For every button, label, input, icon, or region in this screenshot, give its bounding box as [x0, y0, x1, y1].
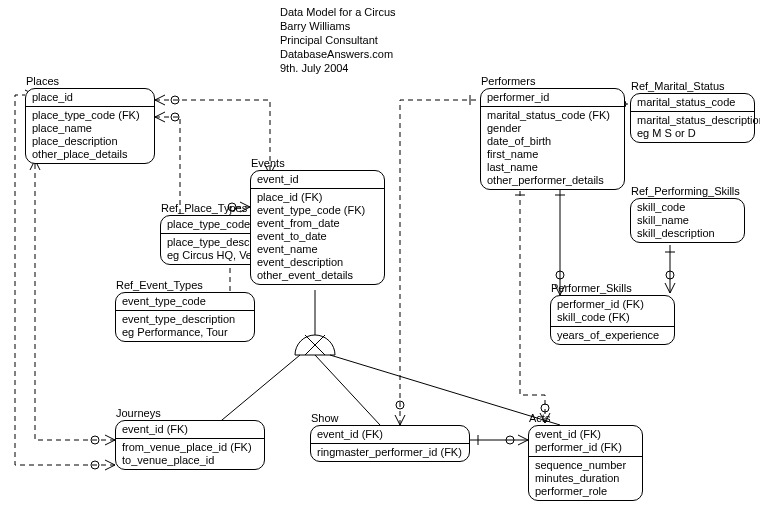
entity-performer-skills: Performer_Skills performer_id (FK) skill… — [550, 295, 675, 345]
header-title: Data Model for a Circus — [280, 5, 396, 19]
svg-point-1 — [171, 96, 179, 104]
field: ringmaster_performer_id (FK) — [311, 443, 469, 461]
entity-label: Performers — [481, 75, 535, 87]
field: eg Performance, Tour — [122, 326, 248, 339]
field: marital_status_description — [637, 114, 748, 127]
field: event_description — [257, 256, 378, 269]
field: skill_name — [637, 214, 738, 227]
entity-label: Show — [311, 412, 339, 424]
entity-ref-event-types: Ref_Event_Types event_type_code event_ty… — [115, 292, 255, 342]
field: sequence_number — [535, 459, 636, 472]
field: eg M S or D — [637, 127, 748, 140]
field: last_name — [487, 161, 618, 174]
entity-label: Acts — [529, 412, 550, 424]
svg-line-9 — [330, 355, 560, 425]
field: other_event_details — [257, 269, 378, 282]
svg-line-6 — [305, 335, 325, 355]
field: place_id (FK) — [257, 191, 378, 204]
entity-label: Events — [251, 157, 285, 169]
svg-point-0 — [171, 113, 179, 121]
field: date_of_birth — [487, 135, 618, 148]
entity-journeys: Journeys event_id (FK) from_venue_place_… — [115, 420, 265, 470]
field: other_performer_details — [487, 174, 618, 187]
entity-events: Events event_id place_id (FK) event_type… — [250, 170, 385, 285]
field: gender — [487, 122, 618, 135]
entity-acts: Acts event_id (FK) performer_id (FK) seq… — [528, 425, 643, 501]
header-author: Barry Williams — [280, 19, 396, 33]
field: event_id (FK) — [535, 428, 636, 441]
entity-label: Journeys — [116, 407, 161, 419]
svg-line-7 — [210, 355, 300, 430]
entity-ref-performing-skills: Ref_Performing_Skills skill_code skill_n… — [630, 198, 745, 243]
pk: marital_status_code — [631, 94, 754, 111]
svg-point-19 — [506, 436, 514, 444]
entity-label: Ref_Marital_Status — [631, 80, 725, 92]
svg-line-5 — [305, 335, 325, 355]
entity-places: Places place_id place_type_code (FK) pla… — [25, 88, 155, 164]
field: event_from_date — [257, 217, 378, 230]
entity-label: Ref_Place_Types — [161, 202, 247, 214]
entity-ref-marital-status: Ref_Marital_Status marital_status_code m… — [630, 93, 755, 143]
field: event_id (FK) — [311, 426, 469, 443]
field: place_name — [32, 122, 148, 135]
pk: event_id — [251, 171, 384, 188]
field: first_name — [487, 148, 618, 161]
entity-show: Show event_id (FK) ringmaster_performer_… — [310, 425, 470, 462]
field: from_venue_place_id (FK) — [122, 441, 258, 454]
entity-performers: Performers performer_id marital_status_c… — [480, 88, 625, 190]
field: performer_id (FK) — [557, 298, 668, 311]
entity-label: Ref_Performing_Skills — [631, 185, 740, 197]
field: event_name — [257, 243, 378, 256]
field: performer_id (FK) — [535, 441, 636, 454]
field: to_venue_place_id — [122, 454, 258, 467]
svg-point-17 — [396, 401, 404, 409]
field: event_type_code (FK) — [257, 204, 378, 217]
svg-point-14 — [556, 271, 564, 279]
entity-label: Ref_Event_Types — [116, 279, 203, 291]
header-role: Principal Consultant — [280, 33, 396, 47]
field: years_of_experience — [557, 329, 668, 342]
header-date: 9th. July 2004 — [280, 61, 396, 75]
field: event_to_date — [257, 230, 378, 243]
pk: event_id (FK) — [116, 421, 264, 438]
pk: place_id — [26, 89, 154, 106]
svg-point-16 — [666, 271, 674, 279]
field: other_place_details — [32, 148, 148, 161]
svg-point-20 — [541, 404, 549, 412]
pk: performer_id — [481, 89, 624, 106]
field: place_type_code (FK) — [32, 109, 148, 122]
field: marital_status_code (FK) — [487, 109, 618, 122]
field: skill_description — [637, 227, 738, 240]
entity-label: Places — [26, 75, 59, 87]
pk: event_type_code — [116, 293, 254, 310]
svg-point-11 — [91, 461, 99, 469]
field: skill_code (FK) — [557, 311, 668, 324]
field: performer_role — [535, 485, 636, 498]
svg-point-10 — [91, 436, 99, 444]
header-site: DatabaseAnswers.com — [280, 47, 396, 61]
pk: skill_code — [637, 201, 738, 214]
diagram-header: Data Model for a Circus Barry Williams P… — [280, 5, 396, 75]
entity-label: Performer_Skills — [551, 282, 632, 294]
field: minutes_duration — [535, 472, 636, 485]
field: place_description — [32, 135, 148, 148]
field: event_type_description — [122, 313, 248, 326]
